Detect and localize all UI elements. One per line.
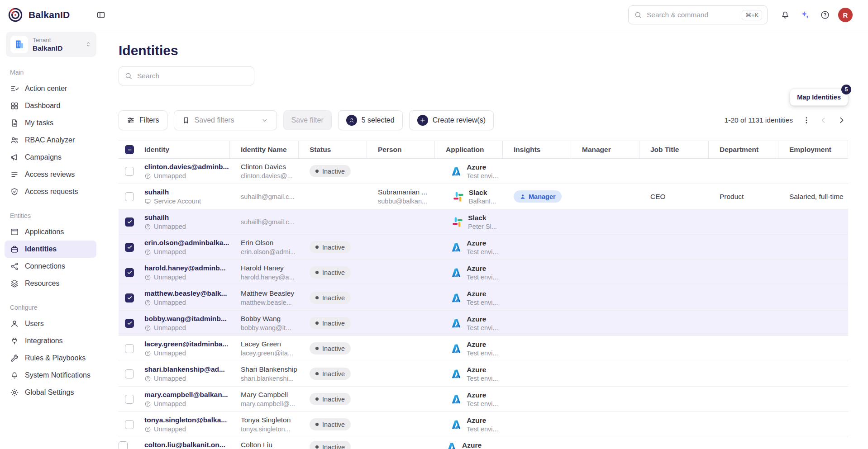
identity-value: tonya.singleton@balka... — [144, 416, 230, 424]
column-header-identity-name: Identity Name — [230, 141, 299, 158]
bell-icon — [780, 10, 790, 20]
status-dot-icon — [315, 423, 319, 426]
table-row[interactable]: shari.blankenship@ad...UnmappedShari Bla… — [119, 361, 848, 387]
sidebar-item-label: System Notifications — [25, 371, 91, 379]
pagination-prev-button[interactable] — [817, 114, 830, 127]
map-identities-button[interactable]: Map Identities 5 — [790, 89, 848, 106]
table-row[interactable]: bobby.wang@itadminb...UnmappedBobby Wang… — [119, 311, 848, 336]
identity-name-value: Shari Blankenship — [241, 365, 299, 373]
employment-value — [778, 159, 848, 184]
job-title-value — [639, 235, 709, 260]
select-all-checkbox[interactable] — [125, 145, 134, 154]
sidebar-item-rules-playbooks[interactable]: Rules & Playbooks — [5, 350, 96, 367]
help-circle-icon — [144, 274, 151, 281]
sidebar-item-my-tasks[interactable]: My tasks — [5, 114, 96, 132]
filters-button[interactable]: Filters — [119, 110, 167, 130]
table-row[interactable]: lacey.green@itadminba...UnmappedLacey Gr… — [119, 336, 848, 361]
sidebar-item-rbac-analyzer[interactable]: RBAC Analyzer — [5, 132, 96, 149]
user-avatar[interactable]: R — [838, 8, 853, 22]
identity-sub-label: Unmapped — [154, 248, 186, 255]
identity-email: shari.blankenshi... — [241, 375, 299, 382]
tenant-selector[interactable]: Tenant BalkanID — [6, 32, 96, 57]
sidebar-item-campaigns[interactable]: Campaigns — [5, 149, 96, 166]
chevron-left-icon — [819, 116, 828, 125]
row-checkbox[interactable] — [125, 243, 134, 252]
row-checkbox[interactable] — [119, 441, 128, 449]
sidebar-item-global-settings[interactable]: Global Settings — [5, 384, 96, 401]
column-header-status: Status — [299, 141, 367, 158]
azure-icon — [450, 292, 462, 304]
row-checkbox[interactable] — [125, 192, 134, 201]
saved-filters-select[interactable]: Saved filters — [174, 110, 277, 130]
ai-assistant-button[interactable] — [798, 8, 812, 22]
sidebar-item-connections[interactable]: Connections — [5, 258, 96, 275]
row-checkbox[interactable] — [125, 217, 134, 227]
status-dot-icon — [315, 170, 319, 173]
sidebar-item-identities[interactable]: Identities — [5, 241, 96, 258]
table-row[interactable]: suhailhUnmappedsuhailh@gmail.c...SlackPe… — [119, 209, 848, 235]
command-search-input[interactable] — [647, 11, 737, 19]
department-value — [709, 361, 778, 386]
sidebar-item-action-center[interactable]: Action center — [5, 80, 96, 97]
sidebar-item-system-notifications[interactable]: System Notifications — [5, 367, 96, 384]
save-filter-button[interactable]: Save filter — [283, 110, 332, 130]
identity-value: shari.blankenship@ad... — [144, 365, 230, 373]
pagination-menu-button[interactable] — [800, 114, 813, 127]
identity-sub-label: Unmapped — [154, 400, 186, 407]
dashboard-icon — [10, 101, 19, 110]
row-checkbox[interactable] — [125, 167, 134, 176]
employment-value — [778, 437, 848, 449]
table-search-input[interactable] — [137, 72, 248, 80]
app-name: Azure — [467, 163, 498, 171]
app-name: Azure — [467, 366, 498, 374]
identity-name-value: Clinton Davies — [241, 163, 299, 171]
status-dot-icon — [315, 397, 319, 401]
row-checkbox[interactable] — [125, 319, 134, 328]
sidebar-item-integrations[interactable]: Integrations — [5, 332, 96, 350]
sidebar-item-applications[interactable]: Applications — [5, 223, 96, 241]
row-checkbox[interactable] — [125, 344, 134, 353]
notifications-button[interactable] — [778, 8, 792, 22]
row-checkbox[interactable] — [125, 420, 134, 429]
identity-sub: Unmapped — [144, 324, 230, 331]
manager-value — [571, 412, 639, 437]
sidebar-item-access-requests[interactable]: Access requests — [5, 183, 96, 200]
table-row[interactable]: suhailhService Accountsuhailh@gmail.c...… — [119, 184, 848, 209]
pagination-range: 1-20 of 1131 identities — [725, 116, 793, 124]
azure-icon — [446, 441, 458, 449]
row-checkbox[interactable] — [125, 293, 134, 302]
table-row[interactable]: colton.liu@balkanit.on...Colton LiuInact… — [119, 437, 848, 449]
table-row[interactable]: erin.olson@adminbalka...UnmappedErin Ols… — [119, 235, 848, 260]
user-icon — [520, 194, 526, 200]
selected-count-button[interactable]: 5 selected — [338, 110, 403, 130]
table-row[interactable]: harold.haney@adminb...UnmappedHarold Han… — [119, 260, 848, 285]
identity-sub: Unmapped — [144, 248, 230, 255]
employment-value — [778, 209, 848, 234]
help-button[interactable] — [818, 8, 832, 22]
table-row[interactable]: clinton.davies@adminb...UnmappedClinton … — [119, 159, 848, 184]
panel-toggle-button[interactable] — [95, 9, 107, 21]
table-row[interactable]: mary.campbell@balkan...UnmappedMary Camp… — [119, 387, 848, 412]
sidebar-item-dashboard[interactable]: Dashboard — [5, 97, 96, 114]
table-row[interactable]: tonya.singleton@balka...UnmappedTonya Si… — [119, 412, 848, 437]
sidebar-item-access-reviews[interactable]: Access reviews — [5, 166, 96, 183]
app-env: Test envi... — [467, 274, 498, 281]
row-checkbox[interactable] — [125, 268, 134, 277]
department-value — [709, 437, 778, 449]
map-identities-badge: 5 — [841, 85, 851, 95]
sidebar-item-resources[interactable]: Resources — [5, 275, 96, 292]
app-name: Azure — [462, 441, 482, 449]
command-search[interactable]: ⌘+K — [628, 5, 768, 24]
identity-value: bobby.wang@itadminb... — [144, 315, 230, 323]
create-review-button[interactable]: Create review(s) — [409, 110, 494, 130]
bookmark-icon — [182, 116, 190, 124]
manager-value — [571, 336, 639, 361]
identity-name-value: Lacey Green — [241, 340, 299, 348]
sidebar-item-users[interactable]: Users — [5, 315, 96, 332]
help-circle-icon — [144, 426, 151, 433]
table-row[interactable]: matthew.beasley@balk...UnmappedMatthew B… — [119, 285, 848, 311]
row-checkbox[interactable] — [125, 395, 134, 404]
pagination-next-button[interactable] — [835, 113, 848, 127]
column-header-manager: Manager — [571, 141, 639, 158]
row-checkbox[interactable] — [125, 369, 134, 378]
